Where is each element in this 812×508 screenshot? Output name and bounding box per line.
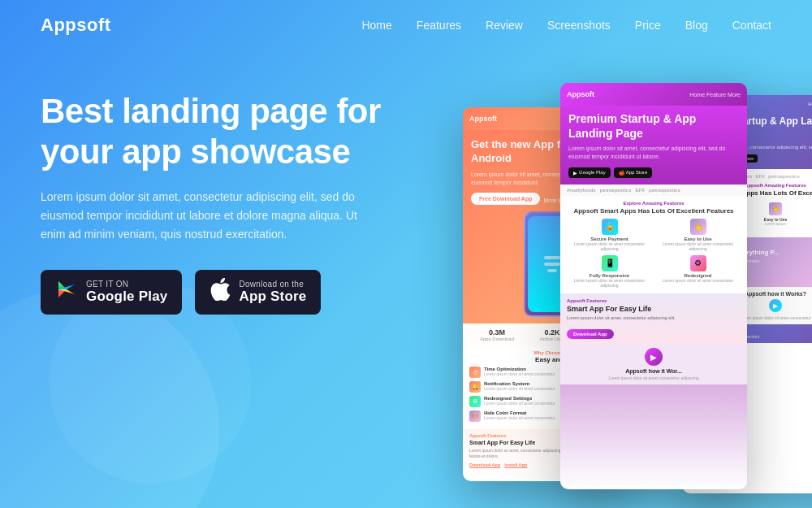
card2-features-section: Explore Amazing Features Appsoft Smart A…	[560, 196, 747, 293]
card2-video-title: Appsoft how it Wor...	[567, 368, 741, 374]
stat1-label: Apps Download	[469, 336, 525, 341]
hero-title: Best landing page for your app showcase	[41, 91, 430, 172]
app-store-label-bottom: App Store	[239, 289, 306, 305]
header: Appsoft Home Features Review Screenshots…	[0, 0, 812, 50]
card2-features-title: Appsoft Smart Apps Has Lots Of Excellent…	[567, 207, 741, 215]
card2-smart-btn[interactable]: Download App	[567, 329, 614, 339]
nav-item-contact[interactable]: Contact	[732, 19, 771, 32]
nav-item-screenshots[interactable]: Screenshots	[547, 19, 611, 32]
card1-feature-icon-2: 🔔	[469, 381, 481, 393]
card1-download-link[interactable]: Download App	[469, 462, 500, 467]
google-play-text: GET IT ON Google Play	[86, 280, 167, 305]
screenshot-card-2: Appsoft Home Feature More Premium Startu…	[560, 83, 747, 489]
card2-logo: Appsoft	[567, 90, 594, 98]
card1-logo: Appsoft	[469, 115, 497, 123]
google-play-label-top: GET IT ON	[86, 280, 167, 289]
card2-smart-title: Smart App For Easy Life	[567, 305, 741, 313]
card3-feat-icon-2: 👆	[769, 202, 782, 215]
hero-right: Appsoft Home Feature Review Price Get th…	[447, 75, 771, 497]
hero-section: Best landing page for your app showcase …	[0, 50, 812, 497]
card1-btn[interactable]: Free Download App	[471, 193, 540, 205]
nav-item-blog[interactable]: Blog	[685, 19, 708, 32]
card2-feature-1: 🔒 Secure Payment Lorem ipsum dolor sit a…	[567, 219, 652, 252]
card2-feature-4: ⚙ Redesigned Lorem ipsum dolor sit amet …	[655, 255, 741, 289]
card2-feature-icon-3: 📱	[602, 255, 618, 271]
card1-feature-icon-1: ⏱	[469, 367, 481, 378]
card1-feature-icon-4: 🎨	[469, 410, 481, 422]
card2-features-grid: 🔒 Secure Payment Lorem ipsum dolor sit a…	[567, 219, 741, 289]
card2-smart-section: Appsoft Features Smart App For Easy Life…	[560, 293, 747, 345]
card3-play-btn[interactable]: ▶	[769, 299, 782, 312]
card2-app-store-btn[interactable]: 🍎 App Store	[614, 167, 653, 178]
card2-brands: #realtyfunds petraspestics EFX petraspes…	[560, 185, 747, 196]
card2-store-buttons: ▶ Google Play 🍎 App Store	[568, 167, 739, 178]
card1-feature-icon-3: ⚙	[469, 396, 481, 407]
google-play-icon	[55, 278, 78, 306]
card3-feat-2: 👆 Easy to Use Lorem ipsum	[747, 200, 803, 229]
nav-item-review[interactable]: Review	[486, 19, 523, 32]
main-nav: Home Features Review Screenshots Price B…	[361, 19, 771, 32]
card2-feature-icon-1: 🔒	[602, 219, 618, 235]
card2-feature-icon-2: 👆	[690, 219, 706, 235]
nav-item-home[interactable]: Home	[361, 19, 391, 32]
app-store-label-top: Download on the	[239, 280, 306, 289]
logo[interactable]: Appsoft	[41, 15, 111, 36]
card2-google-play-btn[interactable]: ▶ Google Play	[568, 167, 611, 178]
card2-feature-icon-4: ⚙	[690, 255, 706, 271]
nav-item-price[interactable]: Price	[635, 19, 661, 32]
card2-smart-desc: Lorem ipsum dolor sit amet, consectetur …	[567, 315, 741, 322]
card1-install-link[interactable]: Install App	[504, 462, 527, 467]
card2-google-play-icon: ▶	[573, 170, 577, 176]
app-store-button[interactable]: Download on the App Store	[195, 270, 321, 315]
cta-buttons: GET IT ON Google Play Download on the Ap…	[41, 270, 430, 315]
card2-feature-2: 👆 Easy to Use Lorem ipsum dolor sit amet…	[655, 219, 741, 252]
google-play-button[interactable]: GET IT ON Google Play	[41, 270, 182, 315]
card2-features-label: Explore Amazing Features	[567, 201, 741, 206]
card2-smart-label: Appsoft Features	[567, 298, 741, 303]
card2-title: Premium Startup & App Landing Page	[568, 112, 739, 141]
card3-feat-3: 📱 Fully Responsive Lorem ipsum	[806, 200, 812, 229]
nav-item-features[interactable]: Features	[417, 19, 461, 32]
stat1-num: 0.3M	[469, 328, 525, 336]
card3-nav: Home Product Download	[808, 102, 812, 106]
card2-apple-icon: 🍎	[619, 170, 624, 176]
hero-description: Lorem ipsum dolor sit amet, consectetur …	[41, 188, 382, 244]
card2-hero-section: Premium Startup & App Landing Page Lorem…	[560, 106, 747, 185]
card2-video-desc: Lorem ipsum dolor sit amet consectetur a…	[567, 376, 741, 380]
hero-left: Best landing page for your app showcase …	[41, 75, 430, 315]
card2-desc: Lorem ipsum dolor sit amet, consectetur …	[568, 145, 739, 161]
google-play-label-bottom: Google Play	[86, 289, 167, 305]
app-store-text: Download on the App Store	[239, 280, 306, 305]
card2-play-icon[interactable]: ▶	[645, 348, 663, 366]
card2-feature-3: 📱 Fully Responsive Lorem ipsum dolor sit…	[567, 255, 652, 289]
card2-nav: Home Feature More	[689, 92, 741, 98]
apple-icon	[209, 278, 231, 306]
card2-video-section: ▶ Appsoft how it Wor... Lorem ipsum dolo…	[560, 344, 747, 384]
